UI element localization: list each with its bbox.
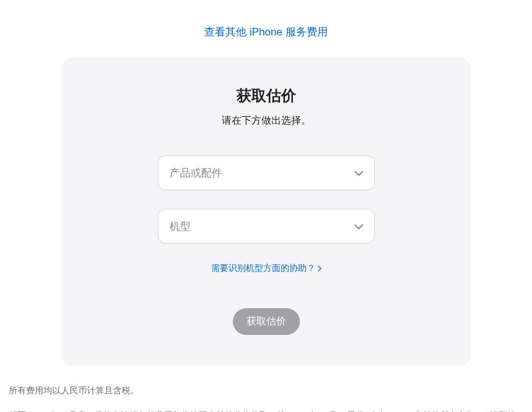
chevron-right-icon [318,263,322,273]
product-select[interactable]: 产品或配件 [158,155,375,190]
footer-text: 所有费用均以人民币计算且含税。 截至 2023 年 2 月底，保外电池服务的费用… [6,383,526,412]
page-container: 查看其他 iPhone 服务费用 获取估价 请在下方做出选择。 产品或配件 机型 [0,0,532,412]
card-subtitle: 请在下方做出选择。 [86,114,446,127]
chevron-down-icon [354,221,363,232]
top-link-wrapper: 查看其他 iPhone 服务费用 [6,0,526,58]
help-link-label: 需要识别机型方面的协助？ [211,263,315,274]
footer-line-1: 所有费用均以人民币计算且含税。 [9,383,523,397]
product-select-placeholder: 产品或配件 [169,166,222,180]
chevron-down-icon [354,167,363,178]
help-link-wrapper: 需要识别机型方面的协助？ [86,262,446,274]
model-select-placeholder: 机型 [169,219,191,234]
identify-model-help-link[interactable]: 需要识别机型方面的协助？ [211,263,322,274]
model-select-wrapper: 机型 [158,209,375,244]
model-select[interactable]: 机型 [158,209,375,244]
other-services-link[interactable]: 查看其他 iPhone 服务费用 [204,26,327,38]
get-estimate-button[interactable]: 获取估价 [233,308,300,335]
card-title: 获取估价 [86,86,446,106]
estimate-card: 获取估价 请在下方做出选择。 产品或配件 机型 [61,58,471,366]
footer-line-2: 截至 2023 年 2 月底，保外电池服务的费用都将按照当前的价格收取。从 20… [9,408,523,412]
product-select-wrapper: 产品或配件 [158,155,375,190]
